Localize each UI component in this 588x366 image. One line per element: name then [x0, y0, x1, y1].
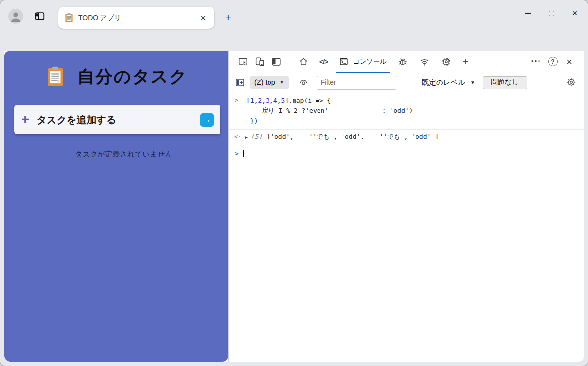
live-expression-button[interactable]: [298, 78, 309, 88]
prompt-chevron-icon: >: [235, 149, 239, 158]
help-icon: ?: [548, 57, 558, 66]
array-length: (5): [251, 132, 263, 142]
issues-label: 問題なし: [491, 78, 519, 87]
javascript-context-dropdown[interactable]: (Z) top ▼: [250, 76, 289, 89]
new-tab-button[interactable]: +: [222, 11, 235, 24]
console-sidebar-toggle[interactable]: [235, 78, 245, 88]
browser-tab[interactable]: TODO アプリ ✕: [58, 7, 214, 29]
console-echo-message: > [1,2,3,4,5].map(i => { 戻り I % 2 ?'even…: [229, 92, 584, 128]
maximize-icon: [549, 11, 554, 16]
tab-strip: TODO アプリ ✕ + ×: [0, 0, 588, 30]
add-task-input[interactable]: + タスクを追加する →: [14, 105, 220, 134]
return-value-icon: <·: [234, 132, 241, 142]
expand-triangle-icon[interactable]: ▶: [245, 132, 247, 142]
console-result-message: <· ▶ (5) ['odd', ''でも , 'odd'. ''でも , 'o…: [229, 129, 584, 145]
inspect-icon: [238, 56, 248, 67]
context-label: (Z) top: [254, 78, 275, 86]
todo-header: 自分のタスク: [4, 65, 228, 88]
clipboard-icon: [45, 66, 66, 88]
log-levels-dropdown[interactable]: 既定のレベル ▼: [422, 78, 475, 87]
home-icon: [298, 56, 309, 67]
tab-memory[interactable]: [436, 51, 457, 73]
plus-icon: +: [463, 56, 468, 67]
array-preview: ['odd', ''でも , 'odd'. ''でも , 'odd' ]: [267, 132, 439, 142]
console-settings-button[interactable]: [566, 77, 577, 88]
person-icon: [8, 9, 23, 24]
profile-avatar[interactable]: [8, 9, 23, 24]
echo-line-1: [1,2,3,4,5].map(i => {: [246, 95, 331, 105]
inspect-element-button[interactable]: [235, 54, 251, 70]
devtools-panel: </> コンソール: [228, 51, 584, 362]
tab-title: TODO アプリ: [78, 14, 193, 23]
browser-window: TODO アプリ ✕ + × ← https://microsoftedge: [0, 0, 588, 366]
code-icon: </>: [319, 58, 328, 66]
console-prompt[interactable]: >: [229, 145, 584, 162]
devtools-toolbar: </> コンソール: [229, 51, 584, 73]
tab-welcome[interactable]: [293, 51, 314, 73]
tab-console[interactable]: コンソール: [333, 51, 392, 73]
console-messages: > [1,2,3,4,5].map(i => { 戻り I % 2 ?'even…: [229, 92, 584, 162]
close-icon: ×: [566, 57, 572, 67]
echo-line-2: 戻り I % 2 ?'even' : 'odd'): [246, 105, 413, 116]
workspaces-icon: [34, 11, 45, 22]
layout-panel-icon: [271, 56, 282, 67]
console-toolbar: (Z) top ▼ 既定のレベル ▼ 問題なし: [229, 73, 584, 92]
device-emulation-icon: [254, 56, 265, 67]
tab-elements[interactable]: </>: [314, 51, 333, 73]
empty-tasks-message: タスクが定義されていません: [19, 150, 228, 159]
devtools-help-button[interactable]: ?: [544, 54, 561, 70]
devtools-close-button[interactable]: ×: [561, 54, 578, 70]
maximize-button[interactable]: [539, 4, 563, 22]
minimize-icon: [525, 13, 531, 14]
arrow-right-icon: →: [203, 115, 211, 124]
console-filter-input[interactable]: [317, 76, 396, 90]
close-button[interactable]: ×: [563, 4, 587, 22]
add-task-submit-button[interactable]: →: [200, 113, 214, 127]
bug-icon: [397, 56, 408, 67]
add-task-label: タスクを追加する: [37, 113, 200, 127]
echo-line-3: }): [246, 116, 258, 126]
plus-icon: +: [21, 112, 30, 127]
text-cursor: [243, 150, 244, 157]
window-controls: ×: [516, 4, 587, 22]
close-icon: ×: [572, 9, 578, 18]
eye-icon: [298, 78, 309, 88]
toolbar-separator: [289, 55, 289, 68]
device-emulation-button[interactable]: [251, 54, 268, 70]
todo-title: 自分のタスク: [77, 65, 188, 88]
address-row: ← https://microsoftedge.github.io/Demos/…: [0, 30, 588, 51]
input-echo-chevron: >: [235, 95, 242, 105]
page-content: 自分のタスク + タスクを追加する → タスクが定義されていません: [4, 51, 584, 362]
console-tab-label: コンソール: [353, 57, 387, 66]
log-levels-label: 既定のレベル: [422, 78, 465, 87]
chevron-down-icon: ▼: [280, 80, 284, 85]
wifi-icon: [419, 56, 430, 67]
tab-close-icon[interactable]: ✕: [198, 13, 208, 23]
chip-icon: [441, 56, 452, 67]
gear-icon: [566, 77, 577, 88]
issues-button[interactable]: 問題なし: [483, 76, 527, 89]
add-tool-button[interactable]: +: [457, 51, 474, 73]
devtools-more-button[interactable]: ···: [528, 54, 544, 70]
tab-network[interactable]: [414, 51, 436, 73]
todo-app: 自分のタスク + タスクを追加する → タスクが定義されていません: [4, 51, 228, 362]
sidebar-toggle-icon: [235, 78, 245, 88]
chevron-down-icon: ▼: [470, 80, 475, 85]
workspaces-button[interactable]: [34, 10, 46, 22]
devtools-toolbar-right: ··· ? ×: [528, 54, 578, 70]
console-icon: [339, 56, 349, 67]
tab-debugger[interactable]: [392, 51, 414, 73]
more-icon: ···: [531, 56, 541, 67]
todo-favicon: [64, 13, 74, 23]
layout-panel-button[interactable]: [268, 54, 285, 70]
minimize-button[interactable]: [516, 4, 539, 22]
